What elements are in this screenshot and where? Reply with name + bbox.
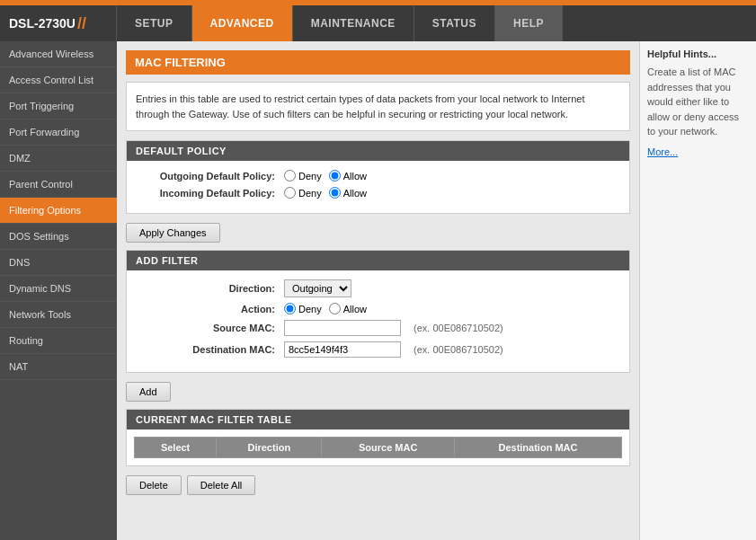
action-allow-text: Allow [343,304,367,314]
direction-row: Direction: Outgoing Incoming [140,279,616,297]
sidebar-item-dos-settings[interactable]: DOS Settings [0,224,117,250]
hint-more-link[interactable]: More... [647,146,678,157]
direction-value: Outgoing Incoming [284,279,351,297]
incoming-policy-label: Incoming Default Policy: [140,188,284,199]
source-mac-input[interactable] [284,320,401,336]
mac-filter-table-section: CURRENT MAC FILTER TABLE Select Directio… [126,409,630,466]
col-select: Select [135,438,217,458]
mac-filter-table-title: CURRENT MAC FILTER TABLE [127,410,629,429]
sidebar-item-parent-control[interactable]: Parent Control [0,172,117,198]
sidebar-item-advanced-wireless[interactable]: Advanced Wireless [0,41,117,67]
incoming-deny-text: Deny [298,188,322,199]
header: DSL-2730U // SETUP ADVANCED MAINTENANCE … [0,5,756,41]
source-mac-label: Source MAC: [140,323,284,333]
delete-all-button[interactable]: Delete All [187,475,255,495]
sidebar-item-access-control[interactable]: Access Control List [0,67,117,93]
main-layout: Advanced Wireless Access Control List Po… [0,41,756,540]
action-value: Deny Allow [284,303,367,314]
sidebar-item-dns[interactable]: DNS [0,250,117,276]
default-policy-section: DEFAULT POLICY Outgoing Default Policy: … [126,140,630,214]
add-filter-title: ADD FILTER [127,251,629,270]
outgoing-policy-label: Outgoing Default Policy: [140,171,284,181]
apply-changes-button[interactable]: Apply Changes [126,223,220,243]
outgoing-allow-text: Allow [343,171,367,181]
source-mac-row: Source MAC: (ex. 00E086710502) [140,320,616,336]
add-filter-body: Direction: Outgoing Incoming Action: Den… [127,270,629,372]
dest-mac-row: Destination MAC: (ex. 00E086710502) [140,341,616,358]
delete-button[interactable]: Delete [126,475,182,495]
direction-select[interactable]: Outgoing Incoming [284,279,351,297]
brand: DSL-2730U // [0,5,117,41]
delete-buttons-row: Delete Delete All [126,475,630,495]
tab-advanced[interactable]: ADVANCED [192,5,293,41]
incoming-policy-value: Deny Allow [284,187,367,199]
incoming-allow-text: Allow [343,188,367,199]
brand-name: DSL-2730U [9,16,76,31]
action-label: Action: [140,304,284,314]
action-deny-label[interactable]: Deny [284,303,322,314]
dest-mac-value: (ex. 00E086710502) [284,341,503,358]
mac-filter-table-body: Select Direction Source MAC Destination … [127,429,629,465]
direction-label: Direction: [140,283,284,294]
add-filter-section: ADD FILTER Direction: Outgoing Incoming … [126,250,630,373]
sidebar-item-network-tools[interactable]: Network Tools [0,302,117,328]
outgoing-allow-radio[interactable] [329,170,341,181]
sidebar-item-dmz[interactable]: DMZ [0,146,117,172]
hint-panel: Helpful Hints... Create a list of MAC ad… [639,41,756,540]
col-dest-mac: Destination MAC [454,438,621,458]
page-description: Entries in this table are used to restri… [126,82,630,131]
incoming-allow-label[interactable]: Allow [329,187,367,199]
add-button-row: Add [126,382,630,402]
incoming-deny-label[interactable]: Deny [284,187,322,199]
sidebar: Advanced Wireless Access Control List Po… [0,41,117,540]
hint-text: Create a list of MAC addresses that you … [647,65,749,139]
outgoing-policy-row: Outgoing Default Policy: Deny Allow [140,170,616,181]
sidebar-item-filtering-options[interactable]: Filtering Options [0,198,117,224]
table-header-row: Select Direction Source MAC Destination … [135,438,622,458]
action-deny-radio[interactable] [284,303,296,314]
content-area: MAC FILTERING Entries in this table are … [117,41,639,540]
action-deny-text: Deny [298,304,322,314]
dest-mac-label: Destination MAC: [140,344,284,355]
dest-mac-input[interactable] [284,341,401,358]
add-button[interactable]: Add [126,382,171,402]
sidebar-item-routing[interactable]: Routing [0,328,117,354]
sidebar-item-dynamic-dns[interactable]: Dynamic DNS [0,276,117,302]
tab-help[interactable]: HELP [495,5,563,41]
outgoing-deny-radio[interactable] [284,170,296,181]
sidebar-item-nat[interactable]: NAT [0,354,117,380]
sidebar-item-port-triggering[interactable]: Port Triggering [0,93,117,120]
source-mac-value: (ex. 00E086710502) [284,320,503,336]
action-allow-radio[interactable] [329,303,341,314]
mac-filter-table: Select Direction Source MAC Destination … [134,437,622,458]
dest-mac-example: (ex. 00E086710502) [414,344,503,355]
incoming-policy-row: Incoming Default Policy: Deny Allow [140,187,616,199]
main-nav: SETUP ADVANCED MAINTENANCE STATUS HELP [117,5,756,41]
brand-slash: // [77,14,86,33]
default-policy-body: Outgoing Default Policy: Deny Allow Inc [127,161,629,213]
action-allow-label[interactable]: Allow [329,303,367,314]
incoming-deny-radio[interactable] [284,187,296,199]
tab-setup[interactable]: SETUP [117,5,192,41]
apply-changes-row: Apply Changes [126,223,630,243]
col-direction: Direction [217,438,322,458]
outgoing-deny-label[interactable]: Deny [284,170,322,181]
incoming-allow-radio[interactable] [329,187,341,199]
outgoing-allow-label[interactable]: Allow [329,170,367,181]
page-title: MAC FILTERING [126,50,630,75]
hint-title: Helpful Hints... [647,49,749,59]
tab-maintenance[interactable]: MAINTENANCE [293,5,414,41]
col-source-mac: Source MAC [322,438,454,458]
source-mac-example: (ex. 00E086710502) [414,323,503,333]
sidebar-item-port-forwarding[interactable]: Port Forwarding [0,120,117,146]
outgoing-deny-text: Deny [298,171,322,181]
default-policy-title: DEFAULT POLICY [127,141,629,161]
tab-status[interactable]: STATUS [414,5,495,41]
outgoing-policy-value: Deny Allow [284,170,367,181]
action-row: Action: Deny Allow [140,303,616,314]
